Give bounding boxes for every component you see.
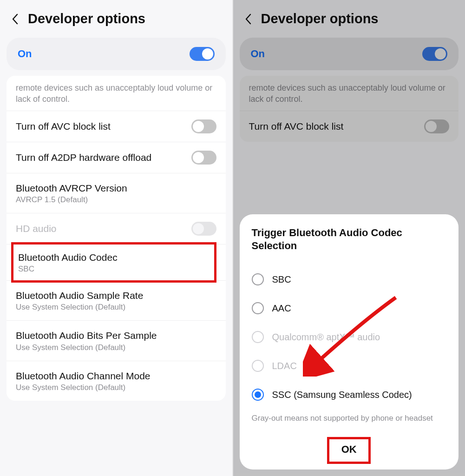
radio-icon — [252, 273, 264, 285]
row-sublabel: Use System Selection (Default) — [16, 343, 216, 352]
row-sublabel: SBC — [18, 264, 210, 274]
toggle-switch[interactable] — [191, 151, 216, 165]
master-toggle-switch[interactable] — [190, 47, 215, 61]
back-icon[interactable] — [11, 13, 19, 26]
ok-button[interactable]: OK — [332, 439, 366, 460]
toggle-switch[interactable] — [191, 119, 216, 133]
codec-selection-dialog: Trigger Bluetooth Audio Codec Selection … — [240, 214, 459, 469]
radio-label: AAC — [272, 303, 291, 314]
radio-option-aptx: Qualcomm® aptX™ audio — [252, 323, 447, 351]
left-screenshot: Developer options On remote devices such… — [0, 0, 232, 476]
annotation-highlight: Bluetooth Audio Codec SBC — [11, 242, 216, 283]
right-screenshot: Developer options On remote devices such… — [233, 0, 465, 476]
dialog-title: Trigger Bluetooth Audio Codec Selection — [252, 226, 447, 253]
page-title: Developer options — [28, 11, 145, 26]
row-label: Bluetooth Audio Codec — [18, 251, 210, 264]
row-hd-audio: HD audio — [7, 213, 226, 244]
radio-icon — [252, 389, 264, 401]
row-label: HD audio — [16, 222, 186, 235]
list-note: remote devices such as unacceptably loud… — [7, 76, 226, 111]
row-sample-rate[interactable]: Bluetooth Audio Sample Rate Use System S… — [7, 280, 226, 320]
radio-option-sbc[interactable]: SBC — [252, 265, 447, 294]
header: Developer options — [0, 0, 232, 38]
radio-label: SSC (Samsung Seamless Codec) — [272, 390, 412, 400]
row-bits-per-sample[interactable]: Bluetooth Audio Bits Per Sample Use Syst… — [7, 320, 226, 360]
radio-option-ldac: LDAC — [252, 351, 447, 380]
row-sublabel: AVRCP 1.5 (Default) — [16, 195, 216, 205]
row-label: Bluetooth Audio Sample Rate — [16, 289, 216, 302]
radio-icon — [252, 302, 264, 314]
row-channel-mode[interactable]: Bluetooth Audio Channel Mode Use System … — [7, 361, 226, 401]
master-toggle-bar[interactable]: On — [7, 38, 226, 70]
row-a2dp-offload[interactable]: Turn off A2DP hardware offload — [7, 142, 226, 173]
radio-label: Qualcomm® aptX™ audio — [272, 332, 380, 343]
row-avc-blocklist[interactable]: Turn off AVC block list — [7, 111, 226, 142]
row-label: Bluetooth Audio Channel Mode — [16, 370, 216, 382]
row-sublabel: Use System Selection (Default) — [16, 383, 216, 392]
master-toggle-label: On — [18, 48, 32, 60]
radio-label: LDAC — [272, 361, 297, 371]
toggle-switch — [191, 222, 216, 236]
dialog-actions: OK — [252, 439, 447, 460]
row-label: Bluetooth AVRCP Version — [16, 182, 216, 194]
row-label: Turn off AVC block list — [16, 120, 186, 132]
radio-option-aac[interactable]: AAC — [252, 294, 447, 323]
radio-icon — [252, 331, 264, 343]
row-sublabel: Use System Selection (Default) — [16, 303, 216, 312]
radio-label: SBC — [272, 274, 291, 285]
row-label: Bluetooth Audio Bits Per Sample — [16, 329, 216, 342]
settings-list: remote devices such as unacceptably loud… — [7, 76, 226, 401]
row-label: Turn off A2DP hardware offload — [16, 151, 186, 164]
radio-icon — [252, 360, 264, 372]
row-avrcp-version[interactable]: Bluetooth AVRCP Version AVRCP 1.5 (Defau… — [7, 173, 226, 213]
radio-option-ssc[interactable]: SSC (Samsung Seamless Codec) — [252, 380, 447, 409]
row-bluetooth-codec[interactable]: Bluetooth Audio Codec SBC — [7, 244, 226, 280]
dialog-note: Gray-out means not supported by phone or… — [252, 414, 447, 423]
